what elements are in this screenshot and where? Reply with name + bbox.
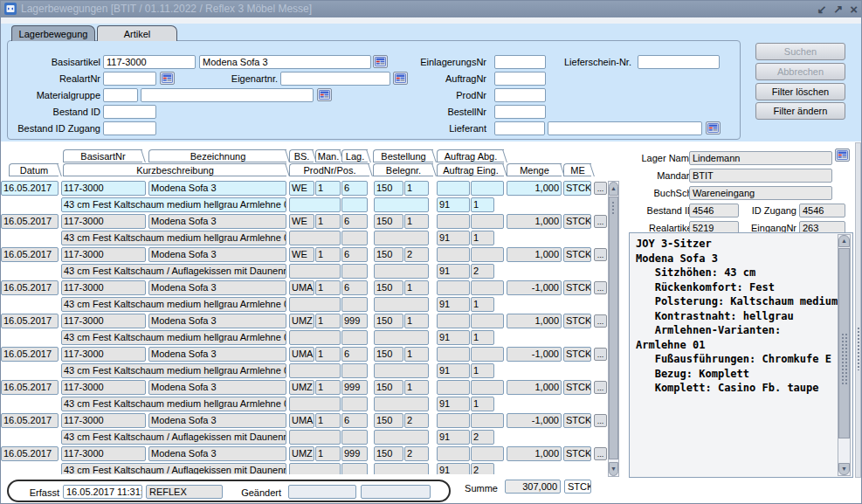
col-header-datum[interactable]: Datum — [9, 163, 59, 176]
cell-auftrag-eing-pos[interactable]: 2 — [471, 430, 494, 445]
cell-belegnr-sub[interactable] — [374, 264, 429, 279]
cell-datum[interactable]: 16.05.2017 — [1, 380, 59, 395]
cell-bestellung-pos[interactable]: 1 — [404, 380, 429, 395]
eigenartnr-lookup-button[interactable] — [393, 72, 408, 85]
cell-auftrag-eing-nr[interactable]: 91 — [437, 264, 470, 279]
cell-lager[interactable]: 999 — [341, 380, 368, 395]
row-detail-button[interactable]: ... — [594, 248, 607, 261]
cell-prodnr-sub[interactable] — [289, 430, 341, 445]
cell-auftrag-abg-nr[interactable] — [437, 247, 470, 262]
cell-bezeichnung[interactable]: Modena Sofa 3 — [148, 214, 286, 229]
cell-mandant[interactable]: 1 — [315, 214, 341, 229]
cell-auftrag-abg-nr[interactable] — [437, 280, 470, 295]
materialgruppe-name-input[interactable] — [141, 88, 314, 102]
cell-bezeichnung[interactable]: Modena Sofa 3 — [148, 347, 286, 362]
cell-buchungsschluessel[interactable]: UMZ — [289, 314, 314, 328]
cell-bestellung-nr[interactable]: 150 — [374, 446, 403, 461]
cell-basisartnr[interactable]: 117-3000 — [61, 181, 146, 196]
cell-buchungsschluessel[interactable]: UMA — [289, 413, 314, 428]
cell-auftrag-eing-pos[interactable]: 1 — [471, 297, 494, 312]
cell-basisartnr[interactable]: 117-3000 — [61, 446, 146, 461]
cell-bezeichnung[interactable]: Modena Sofa 3 — [148, 181, 286, 196]
cell-pos-sub[interactable] — [341, 330, 368, 345]
col-header-me[interactable]: ME — [563, 163, 591, 176]
cell-auftrag-abg-nr[interactable] — [437, 413, 470, 428]
cell-bestellung-nr[interactable]: 150 — [374, 380, 403, 395]
cell-basisartnr[interactable]: 117-3000 — [61, 380, 146, 395]
cell-auftrag-abg-nr[interactable] — [437, 380, 470, 395]
cell-auftrag-abg-nr[interactable] — [437, 181, 470, 196]
cell-bestellung-nr[interactable]: 150 — [374, 181, 403, 196]
cell-auftrag-eing-nr[interactable]: 91 — [437, 197, 470, 212]
lieferant-name-input[interactable] — [548, 121, 702, 135]
cell-bestellung-pos[interactable]: 1 — [404, 214, 429, 229]
cell-pos-sub[interactable] — [341, 397, 368, 411]
cell-basisartnr[interactable]: 117-3000 — [61, 413, 146, 428]
cell-auftrag-eing-nr[interactable]: 91 — [437, 430, 470, 445]
cell-auftrag-abg-pos[interactable] — [471, 446, 504, 461]
lieferant-lookup-button[interactable] — [706, 121, 721, 135]
col-header-menge[interactable]: Menge — [507, 163, 562, 176]
cell-auftrag-abg-pos[interactable] — [471, 380, 504, 395]
cell-belegnr-sub[interactable] — [374, 330, 429, 345]
cell-lager[interactable]: 6 — [341, 214, 368, 229]
cell-kurzbeschreibung[interactable]: 43 cm Fest Kaltschaum medium hellgrau Ar… — [61, 397, 286, 411]
einlagerungsnr-input[interactable] — [494, 55, 546, 69]
cell-belegnr-sub[interactable] — [374, 463, 429, 474]
cell-auftrag-eing-nr[interactable]: 91 — [437, 363, 470, 378]
cell-bezeichnung[interactable]: Modena Sofa 3 — [148, 280, 286, 295]
row-detail-button[interactable]: ... — [594, 281, 607, 294]
table-row[interactable]: 16.05.2017 117-3000 Modena Sofa 3 UMA 1 … — [0, 347, 608, 380]
col-header-man[interactable]: Man. — [315, 149, 341, 162]
cell-bestellung-pos[interactable]: 2 — [404, 446, 429, 461]
cell-prodnr-sub[interactable] — [289, 197, 341, 212]
cell-mandant[interactable]: 1 — [315, 314, 341, 328]
cell-buchungsschluessel[interactable]: UMZ — [289, 446, 314, 461]
cell-auftrag-eing-pos[interactable]: 2 — [471, 463, 494, 474]
bestellnr-input[interactable] — [494, 105, 546, 119]
cell-bestellung-pos[interactable]: 1 — [404, 181, 429, 196]
abbrechen-button[interactable]: Abbrechen — [755, 63, 845, 80]
materialgruppe-lookup-button[interactable] — [317, 88, 332, 101]
cell-buchungsschluessel[interactable]: UMA — [289, 347, 314, 362]
cell-lager[interactable]: 6 — [341, 413, 368, 428]
cell-menge[interactable]: 1,000 — [507, 181, 562, 196]
cell-mandant[interactable]: 1 — [315, 380, 341, 395]
cell-mengeneinheit[interactable]: STCK — [563, 214, 591, 229]
cell-auftrag-eing-pos[interactable]: 1 — [471, 397, 494, 411]
cell-pos-sub[interactable] — [341, 264, 368, 279]
cell-prodnr-sub[interactable] — [289, 330, 341, 345]
cell-menge[interactable]: 1,000 — [507, 214, 562, 229]
tab-lagerbewegung[interactable]: Lagerbewegung — [11, 25, 95, 41]
cell-buchungsschluessel[interactable]: UMA — [289, 280, 314, 295]
scroll-down-icon[interactable]: ▼ — [609, 462, 618, 476]
table-row[interactable]: 16.05.2017 117-3000 Modena Sofa 3 UMZ 1 … — [0, 314, 608, 347]
cell-basisartnr[interactable]: 117-3000 — [61, 314, 146, 328]
grid-scrollbar[interactable]: ▲ ▼ — [608, 181, 619, 477]
cell-lager[interactable]: 6 — [341, 247, 368, 262]
tab-artikel[interactable]: Artikel — [97, 25, 177, 41]
cell-kurzbeschreibung[interactable]: 43 cm Fest Kaltschaum medium hellgrau Ar… — [61, 197, 286, 212]
cell-auftrag-eing-pos[interactable]: 1 — [471, 330, 494, 345]
cell-bestellung-pos[interactable]: 2 — [404, 413, 429, 428]
cell-mengeneinheit[interactable]: STCK — [563, 314, 591, 328]
cell-bestellung-nr[interactable]: 150 — [374, 314, 403, 328]
bestand-id-input[interactable] — [103, 105, 156, 119]
row-detail-button[interactable]: ... — [594, 414, 607, 427]
cell-lager[interactable]: 6 — [341, 280, 368, 295]
bestand-id-zugang-input[interactable] — [103, 121, 156, 135]
cell-belegnr-sub[interactable] — [374, 430, 429, 445]
col-header-prodnr-pos[interactable]: ProdNr/Pos. — [289, 163, 369, 176]
cell-lager[interactable]: 6 — [341, 181, 368, 196]
cell-pos-sub[interactable] — [341, 363, 368, 378]
cell-mengeneinheit[interactable]: STCK — [563, 280, 591, 295]
row-detail-button[interactable]: ... — [594, 447, 607, 460]
cell-mengeneinheit[interactable]: STCK — [563, 413, 591, 428]
cell-auftrag-abg-pos[interactable] — [471, 314, 504, 328]
cell-bezeichnung[interactable]: Modena Sofa 3 — [148, 446, 286, 461]
cell-auftrag-eing-nr[interactable]: 91 — [437, 231, 470, 245]
cell-bestellung-nr[interactable]: 150 — [374, 280, 403, 295]
cell-bezeichnung[interactable]: Modena Sofa 3 — [148, 247, 286, 262]
basisartikel-lookup-button[interactable] — [373, 55, 388, 68]
eigenartnr-input[interactable] — [280, 72, 390, 86]
